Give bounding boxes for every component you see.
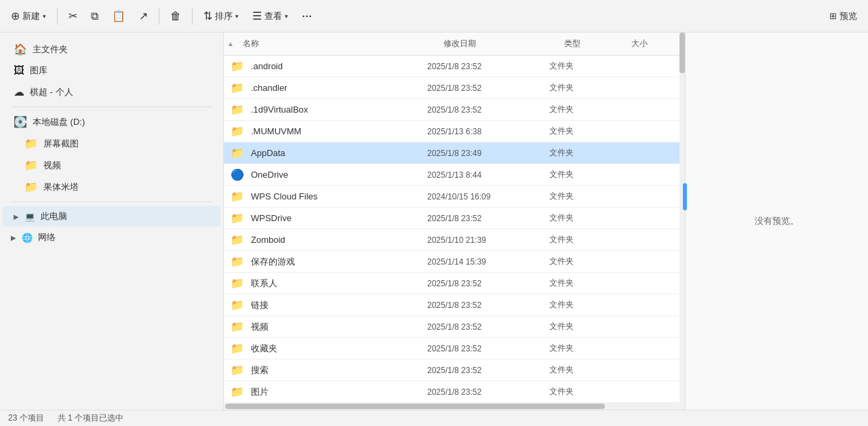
preview-label: 预览	[840, 10, 857, 22]
table-row[interactable]: 📁 收藏夹 2025/1/8 23:52 文件夹	[224, 338, 679, 360]
more-button[interactable]: ···	[296, 6, 317, 26]
sidebar-item-thispc[interactable]: ▶ 💻 此电脑	[3, 206, 220, 227]
sidebar-item-localdisk[interactable]: 💽 本地磁盘 (D:)	[3, 111, 220, 132]
file-type: 文件夹	[549, 386, 617, 398]
folder-icon: 📁	[224, 103, 251, 116]
sidebar-item-screenshots[interactable]: 📁 屏幕截图	[3, 133, 220, 154]
vertical-scrollbar-track[interactable]	[679, 33, 685, 410]
new-button[interactable]: ⊕ 新建 ▾	[5, 7, 52, 25]
table-row[interactable]: 📁 WPSDrive 2025/1/8 23:52 文件夹	[224, 208, 679, 229]
folder-icon: 📁	[224, 125, 251, 138]
sidebar-item-videos[interactable]: 📁 视频	[3, 155, 220, 176]
table-row[interactable]: 📁 链接 2025/1/8 23:52 文件夹	[224, 294, 679, 316]
sidebar-divider-1	[11, 106, 212, 107]
folder-icon: 📁	[224, 342, 251, 355]
folder-icon: 📁	[224, 385, 251, 398]
copy-button[interactable]: ⧉	[85, 7, 104, 25]
no-preview-text: 没有预览。	[755, 215, 799, 227]
sort-icon: ⇅	[203, 9, 212, 22]
separator-1	[57, 8, 58, 24]
file-name: .1d9VirtualBox	[251, 104, 427, 115]
file-name: Zomboid	[251, 235, 427, 245]
file-type: 文件夹	[549, 343, 617, 354]
scroll-accent	[683, 183, 687, 210]
file-date: 2025/1/10 21:39	[427, 235, 549, 245]
status-bar: 23 个项目 共 1 个项目已选中	[0, 410, 868, 426]
vertical-scrollbar-thumb	[679, 33, 685, 73]
column-headers: ▲ 名称 修改日期 类型 大小	[224, 33, 679, 56]
file-name: 保存的游戏	[251, 256, 427, 268]
sidebar-item-home[interactable]: 🏠 主文件夹	[3, 39, 220, 60]
folder-icon: 📁	[224, 255, 251, 268]
file-name: OneDrive	[251, 170, 427, 180]
disk-icon: 💽	[14, 115, 27, 128]
file-type: 文件夹	[549, 147, 617, 159]
table-row[interactable]: 🔵 OneDrive 2025/1/13 8:44 文件夹	[224, 164, 679, 186]
new-label: 新建	[22, 10, 40, 22]
folder-icon: 📁	[224, 298, 251, 311]
paste-icon: 📋	[112, 9, 125, 22]
cloud-icon: ☁	[14, 85, 24, 98]
copy-icon: ⧉	[91, 10, 98, 22]
paste-button[interactable]: 📋	[106, 7, 131, 25]
sort-label: 排序	[215, 10, 233, 22]
file-name: .android	[251, 61, 427, 71]
delete-icon: 🗑	[170, 10, 181, 22]
sidebar-item-screenshots-label: 屏幕截图	[43, 138, 79, 150]
folder-icon: 📁	[224, 320, 251, 333]
table-row[interactable]: 📁 WPS Cloud Files 2024/10/15 16:09 文件夹	[224, 186, 679, 208]
file-name: 图片	[251, 386, 427, 398]
delete-button[interactable]: 🗑	[165, 7, 186, 25]
sidebar-item-fruit[interactable]: 📁 果体米塔	[3, 176, 220, 197]
file-name: 收藏夹	[251, 343, 427, 355]
file-date: 2025/1/8 23:52	[427, 322, 549, 332]
gallery-icon: 🖼	[14, 64, 24, 77]
file-list: 📁 .android 2025/1/8 23:52 文件夹 📁 .chandle…	[224, 56, 679, 403]
collapse-btn[interactable]: ▲	[224, 40, 237, 47]
file-date: 2025/1/8 23:49	[427, 149, 549, 158]
sort-button[interactable]: ⇅ 排序 ▾	[198, 7, 244, 25]
new-icon: ⊕	[11, 9, 20, 22]
file-date: 2025/1/8 23:52	[427, 83, 549, 93]
table-row[interactable]: 📁 .chandler 2025/1/8 23:52 文件夹	[224, 77, 679, 99]
file-name: 链接	[251, 299, 427, 311]
folder-icon: 📁	[224, 277, 251, 290]
table-row[interactable]: 📁 联系人 2025/1/8 23:52 文件夹	[224, 273, 679, 294]
table-row[interactable]: 📁 .MUMUVMM 2025/1/13 6:38 文件夹	[224, 121, 679, 142]
sidebar-item-cloud[interactable]: ☁ 棋超 - 个人	[3, 81, 220, 102]
thispc-chevron-icon: ▶	[14, 213, 19, 220]
toolbar: ⊕ 新建 ▾ ✂ ⧉ 📋 ↗ 🗑 ⇅ 排序 ▾ ☰ 查看 ▾ ··· ⊞ 预览	[0, 0, 868, 33]
sidebar-item-fruit-label: 果体米塔	[43, 181, 79, 193]
column-header-type[interactable]: 类型	[559, 35, 626, 52]
folder-icon: 📁	[224, 190, 251, 203]
table-row[interactable]: 📁 搜索 2025/1/8 23:52 文件夹	[224, 360, 679, 381]
column-header-name[interactable]: 名称	[237, 35, 438, 52]
table-row[interactable]: 📁 视频 2025/1/8 23:52 文件夹	[224, 316, 679, 338]
file-date: 2025/1/8 23:52	[427, 105, 549, 115]
file-date: 2025/1/14 15:39	[427, 257, 549, 267]
network-icon: 🌐	[22, 233, 33, 243]
view-button[interactable]: ☰ 查看 ▾	[247, 7, 294, 25]
table-row[interactable]: 📁 Zomboid 2025/1/10 21:39 文件夹	[224, 229, 679, 251]
sidebar-item-network[interactable]: ▶ 🌐 网络	[0, 227, 223, 248]
sort-chevron-icon: ▾	[235, 13, 239, 20]
fruit-folder-icon: 📁	[24, 180, 38, 193]
column-header-date[interactable]: 修改日期	[438, 35, 559, 52]
file-type: 文件夹	[549, 82, 617, 94]
shortcut-button[interactable]: ↗	[134, 7, 153, 25]
preview-button[interactable]: ⊞ 预览	[824, 7, 863, 25]
video-folder-icon: 📁	[24, 159, 38, 172]
cut-icon: ✂	[68, 9, 77, 22]
file-type: 文件夹	[549, 256, 617, 267]
table-row[interactable]: 📁 图片 2025/1/8 23:52 文件夹	[224, 381, 679, 403]
column-header-size[interactable]: 大小	[626, 35, 679, 52]
table-row[interactable]: 📁 .1d9VirtualBox 2025/1/8 23:52 文件夹	[224, 99, 679, 121]
table-row[interactable]: 📁 .android 2025/1/8 23:52 文件夹	[224, 56, 679, 77]
cut-button[interactable]: ✂	[63, 7, 83, 25]
sidebar-item-gallery[interactable]: 🖼 图库	[3, 60, 220, 81]
horizontal-scrollbar[interactable]	[224, 403, 679, 410]
file-date: 2025/1/13 8:44	[427, 170, 549, 180]
table-row[interactable]: 📁 保存的游戏 2025/1/14 15:39 文件夹	[224, 251, 679, 273]
shortcut-icon: ↗	[139, 9, 148, 22]
table-row[interactable]: 📁 AppData 2025/1/8 23:49 文件夹	[224, 142, 679, 164]
